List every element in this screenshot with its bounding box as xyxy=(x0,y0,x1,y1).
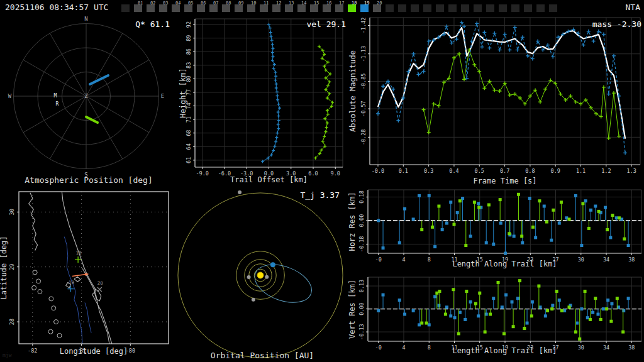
frame-timeline: 0102030405060708091011121314151617181920 xyxy=(0,0,644,15)
svg-text:89: 89 xyxy=(186,35,192,41)
svg-text:-1.42: -1.42 xyxy=(360,18,367,34)
svg-text:0.9: 0.9 xyxy=(551,168,560,174)
timeline-square-18[interactable]: 18 xyxy=(348,4,356,12)
svg-text:E: E xyxy=(161,93,164,99)
timeline-square-14[interactable]: 14 xyxy=(297,4,306,12)
timeline-square-label: 03 xyxy=(163,1,168,6)
timeline-square-04[interactable]: 04 xyxy=(172,4,180,12)
timeline-square[interactable] xyxy=(474,4,482,12)
timeline-square-label: 12 xyxy=(276,1,281,6)
svg-text:0.7: 0.7 xyxy=(500,168,509,174)
timeline-square-label: 06 xyxy=(201,1,206,6)
svg-text:-0.13: -0.13 xyxy=(358,324,365,340)
timeline-square-label: 04 xyxy=(175,1,180,6)
atmospheric-caption: Atmospheric Position [deg] xyxy=(0,175,177,185)
timeline-square-label: 02 xyxy=(150,1,155,6)
timeline-square[interactable] xyxy=(448,4,457,12)
svg-text:83: 83 xyxy=(186,62,192,69)
timeline-square-label: 13 xyxy=(289,1,294,6)
q-value-annotation: Q* 61.1 xyxy=(82,19,170,29)
timeline-square-label: 14 xyxy=(301,1,306,6)
svg-text:Z: Z xyxy=(84,93,88,99)
svg-text:0.13: 0.13 xyxy=(358,280,365,292)
trail-offset-plot: -9.0-6.0-3.00.03.06.09.06164687174778083… xyxy=(177,15,347,185)
timeline-square[interactable] xyxy=(436,4,444,12)
timeline-square-label: 19 xyxy=(364,1,369,6)
timeline-square-label: 08 xyxy=(226,1,231,6)
timeline-square-17[interactable]: 17 xyxy=(335,4,343,12)
svg-text:64: 64 xyxy=(186,143,192,150)
timeline-square[interactable] xyxy=(524,4,532,12)
light-curve-plot: -0.00.10.30.40.50.70.80.91.11.21.3-1.42-… xyxy=(347,15,644,185)
timeline-square[interactable] xyxy=(423,4,431,12)
svg-text:0.4: 0.4 xyxy=(449,168,458,174)
timeline-square[interactable] xyxy=(398,4,406,12)
timeline-square[interactable] xyxy=(511,4,519,12)
timeline-square-01[interactable]: 01 xyxy=(134,4,142,12)
timeline-square-label: 01 xyxy=(138,1,143,6)
network-badge: NTA xyxy=(626,3,640,12)
timeline-square[interactable] xyxy=(121,4,130,12)
timeline-square[interactable] xyxy=(461,4,469,12)
svg-text:68: 68 xyxy=(186,130,192,136)
tisserand-annotation: T_j 3.37 xyxy=(252,190,340,200)
timeline-square-02[interactable]: 02 xyxy=(147,4,155,12)
timeline-square-16[interactable]: 16 xyxy=(323,4,331,12)
timeline-square-09[interactable]: 09 xyxy=(235,4,243,12)
timeline-square-label: 16 xyxy=(326,1,331,6)
timeline-square-15[interactable]: 15 xyxy=(310,4,318,12)
atmospheric-position-plot: NSWEZMR xyxy=(0,15,177,185)
timeline-square-label: 07 xyxy=(213,1,218,6)
svg-text:19: 19 xyxy=(69,280,74,285)
svg-text:Vert Res [km]: Vert Res [km] xyxy=(348,280,357,339)
svg-text:30: 30 xyxy=(9,209,15,215)
timeline-square-11[interactable]: 11 xyxy=(260,4,268,12)
svg-text:-0.18: -0.18 xyxy=(358,236,365,253)
svg-text:0.5: 0.5 xyxy=(475,168,484,174)
timeline-square-label: 09 xyxy=(238,1,243,6)
timeline-square[interactable] xyxy=(411,4,419,12)
timeline-square-13[interactable]: 13 xyxy=(285,4,293,12)
timeline-square-label: 20 xyxy=(377,1,382,6)
svg-text:R: R xyxy=(56,101,59,107)
velocity-annotation: vel 29.1 xyxy=(258,19,346,29)
svg-text:92: 92 xyxy=(186,21,192,28)
orbital-caption: Orbital Position [AU] xyxy=(177,351,347,360)
svg-text:0.3: 0.3 xyxy=(424,168,433,174)
svg-text:-0.28: -0.28 xyxy=(360,129,367,146)
timeline-square-19[interactable]: 19 xyxy=(360,4,369,12)
timeline-square-12[interactable]: 12 xyxy=(272,4,280,12)
svg-text:86: 86 xyxy=(186,48,192,55)
meteor-analysis-screen: 20251106 08:34:57 UTC 010203040506070809… xyxy=(0,0,644,362)
timeline-square-08[interactable]: 08 xyxy=(222,4,230,12)
timeline-square[interactable] xyxy=(536,4,545,12)
svg-text:20: 20 xyxy=(97,280,104,286)
timeline-square-label: 15 xyxy=(314,1,319,6)
timeline-square-03[interactable]: 03 xyxy=(159,4,167,12)
svg-text:0.1: 0.1 xyxy=(399,168,408,174)
timeline-square[interactable] xyxy=(549,4,557,12)
svg-text:0.00: 0.00 xyxy=(358,302,365,315)
timeline-square-10[interactable]: 10 xyxy=(247,4,255,12)
svg-text:-1.13: -1.13 xyxy=(360,46,367,62)
timeline-square[interactable] xyxy=(486,4,494,12)
timeline-square-label: 10 xyxy=(251,1,256,6)
timeline-square[interactable] xyxy=(386,4,394,12)
timeline-square-05[interactable]: 05 xyxy=(184,4,192,12)
timeline-square-20[interactable]: 20 xyxy=(373,4,381,12)
frame-time-x-label: Frame Time [s] xyxy=(368,177,642,185)
timeline-square-07[interactable]: 07 xyxy=(209,4,218,12)
timeline-square-label: 11 xyxy=(264,1,269,6)
timeline-square[interactable] xyxy=(499,4,507,12)
timeline-square-label: 17 xyxy=(339,1,344,6)
svg-text:Height [km]: Height [km] xyxy=(179,68,187,118)
svg-text:-0.0: -0.0 xyxy=(372,168,384,174)
timeline-square-06[interactable]: 06 xyxy=(197,4,205,12)
svg-text:W: W xyxy=(8,93,12,99)
svg-text:1.3: 1.3 xyxy=(627,168,636,174)
trail-x-label: Trail Offset [km] xyxy=(186,175,352,184)
svg-text:0.18: 0.18 xyxy=(358,190,365,203)
longitude-x-label: Longitude [deg] xyxy=(12,347,175,356)
svg-text:-0.85: -0.85 xyxy=(360,74,367,90)
svg-text:29: 29 xyxy=(9,264,15,270)
